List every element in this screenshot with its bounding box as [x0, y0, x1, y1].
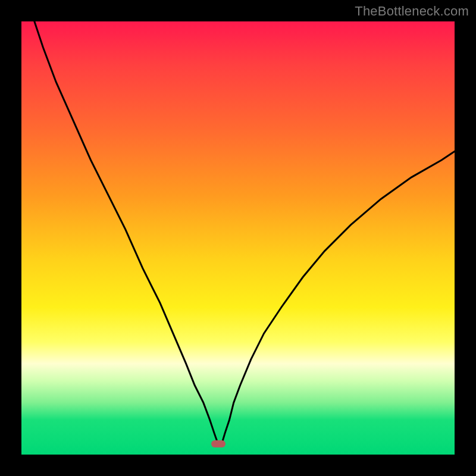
- plot-area: [21, 21, 455, 455]
- curve-svg: [21, 21, 455, 455]
- chart-frame: TheBottleneck.com: [0, 0, 476, 476]
- optimal-marker: [211, 440, 226, 447]
- bottleneck-curve: [35, 21, 455, 444]
- watermark-text: TheBottleneck.com: [355, 4, 469, 19]
